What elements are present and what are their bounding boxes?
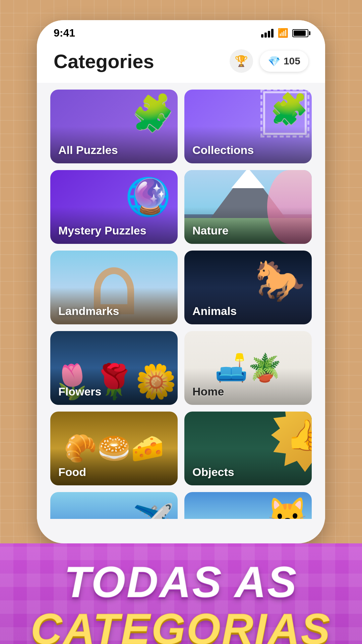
category-card-mystery[interactable]: 🌐 Mystery Puzzles xyxy=(50,170,178,244)
page-title: Categories xyxy=(54,50,154,72)
status-bar: 9:41 📶 xyxy=(37,20,325,43)
category-label: Flowers xyxy=(58,385,101,398)
banner-text-line2: CATEGORIAS xyxy=(31,604,331,644)
phone-frame: 9:41 📶 Categories 🏆 💎 105 🧩 xyxy=(37,20,325,543)
battery-icon xyxy=(292,29,308,37)
thumbs-icon: 👍 xyxy=(286,418,312,453)
category-label: Food xyxy=(58,466,86,479)
category-label: Landmarks xyxy=(58,305,119,318)
category-card-collections[interactable]: 🧩 Collections xyxy=(184,90,312,163)
category-label: All Puzzles xyxy=(58,144,118,157)
category-card-home[interactable]: 🛋️🪴 Home xyxy=(184,331,312,405)
gems-count: 105 xyxy=(284,55,300,67)
category-card-flowers[interactable]: 🌷🌹🌼 Flowers xyxy=(50,331,178,405)
category-card-all-puzzles[interactable]: 🧩 All Puzzles xyxy=(50,90,178,163)
category-card-pets[interactable]: 🐱 Pets xyxy=(184,492,312,519)
category-card-food[interactable]: 🥐🥯🧀 Food xyxy=(50,412,178,485)
bottom-banner: TODAS AS CATEGORIAS xyxy=(0,543,362,644)
category-card-nature[interactable]: Nature xyxy=(184,170,312,244)
gems-badge[interactable]: 💎 105 xyxy=(260,51,308,72)
category-card-objects[interactable]: 👍 Objects xyxy=(184,412,312,485)
banner-text-line1: TODAS AS xyxy=(64,557,298,607)
wifi-icon: 📶 xyxy=(278,28,288,38)
header-actions: 🏆 💎 105 xyxy=(230,49,308,73)
category-label: Mystery Puzzles xyxy=(58,224,146,237)
thumbs-badge: 👍 xyxy=(268,412,312,472)
category-card-transports[interactable]: ✈️ Transports xyxy=(50,492,178,519)
category-card-animals[interactable]: 🐎 Animals xyxy=(184,251,312,324)
trophy-button[interactable]: 🏆 xyxy=(230,49,253,73)
status-icons: 📶 xyxy=(261,28,308,38)
header: Categories 🏆 💎 105 xyxy=(37,43,325,83)
signal-icon xyxy=(261,29,274,38)
category-label: Objects xyxy=(192,466,234,479)
gem-icon: 💎 xyxy=(268,55,280,67)
category-label: Animals xyxy=(192,305,237,318)
category-label: Collections xyxy=(192,144,254,157)
category-label: Nature xyxy=(192,224,229,237)
category-card-landmarks[interactable]: Landmarks xyxy=(50,251,178,324)
status-time: 9:41 xyxy=(54,27,75,39)
categories-grid: 🧩 All Puzzles 🧩 Collections 🌐 Mystery Pu… xyxy=(37,83,325,519)
category-label: Home xyxy=(192,385,224,398)
